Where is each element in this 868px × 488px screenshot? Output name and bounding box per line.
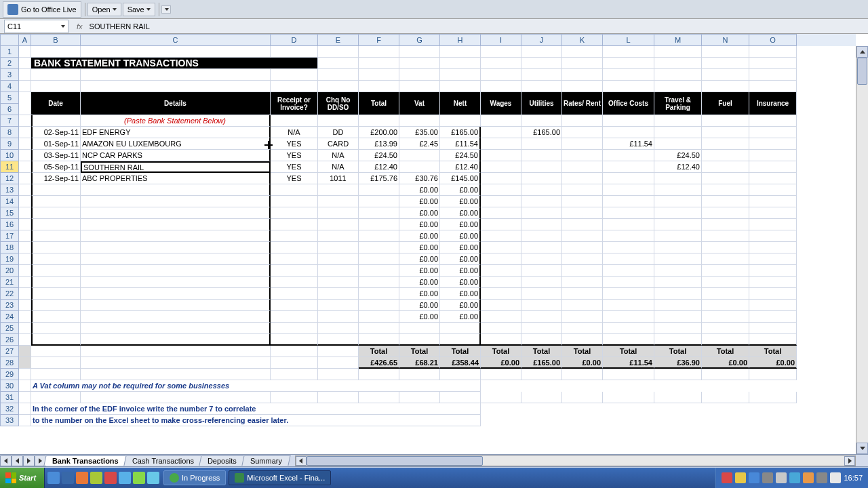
totals-label[interactable]: Total [603,346,654,357]
cell[interactable] [749,392,797,403]
cell[interactable] [603,277,654,288]
row-header[interactable]: 5 [0,92,19,104]
row-header[interactable]: 4 [0,81,19,92]
page-title[interactable]: BANK STATEMENT TRANSACTIONS [31,58,318,69]
cell[interactable] [19,380,31,392]
cell[interactable] [749,58,797,69]
cell[interactable] [481,207,521,219]
cell[interactable] [481,369,521,380]
cell[interactable] [603,46,654,58]
cell[interactable] [481,277,521,288]
cell[interactable] [31,334,81,346]
cell[interactable] [749,369,797,380]
cell[interactable] [702,230,749,242]
cell[interactable] [440,69,481,81]
cell[interactable] [654,184,702,196]
cell[interactable] [31,81,81,92]
totals-label[interactable]: Total [521,346,562,357]
rent-cell[interactable] [562,127,603,138]
utilities-cell[interactable]: £165.00 [521,127,562,138]
cell[interactable]: £0.00 [440,219,481,230]
tray-icon[interactable] [749,472,760,483]
cell[interactable] [271,46,318,58]
table-column-header[interactable]: Chq No DD/SO [318,92,359,115]
cell[interactable] [318,300,359,311]
total-cell[interactable]: £13.99 [359,138,399,150]
tray-icon[interactable] [789,472,800,483]
chq-cell[interactable]: DD [318,127,359,138]
column-header-F[interactable]: F [359,34,399,46]
total-cell[interactable]: £200.00 [359,127,399,138]
cell[interactable] [654,58,702,69]
totals-label[interactable]: Total [399,346,440,357]
cell[interactable] [749,242,797,253]
cell[interactable] [562,265,603,277]
row-header[interactable]: 8 [0,127,19,138]
receipt-cell[interactable]: YES [271,161,318,173]
cell[interactable] [31,265,81,277]
cell[interactable] [603,81,654,92]
cell[interactable] [318,346,359,357]
cell[interactable] [562,323,603,334]
cell[interactable] [481,392,521,403]
cell[interactable] [19,230,31,242]
cell[interactable] [31,346,81,357]
rent-cell[interactable] [562,138,603,150]
cell[interactable] [702,115,749,127]
cell[interactable] [31,46,81,58]
cell[interactable] [562,242,603,253]
cell[interactable] [603,69,654,81]
cell[interactable] [603,369,654,380]
cell[interactable] [440,46,481,58]
vat-cell[interactable]: £2.45 [399,138,440,150]
cell[interactable] [31,230,81,242]
taskbar-item-in-progress[interactable]: In Progress [163,470,226,485]
row-header[interactable]: 18 [0,242,19,253]
cell[interactable] [81,334,271,346]
cell[interactable] [749,253,797,265]
cell[interactable] [562,334,603,346]
cell[interactable] [562,288,603,300]
sheet-tab[interactable]: Bank Transactions [43,455,127,466]
note[interactable]: to the number on the Excel sheet to make… [31,415,481,426]
row-header[interactable]: 1 [0,46,19,58]
cell[interactable] [359,196,399,207]
cell[interactable] [19,58,31,69]
tray-icon[interactable] [830,472,841,483]
cell[interactable] [318,265,359,277]
cell[interactable] [521,253,562,265]
cell[interactable] [271,369,318,380]
total-value[interactable]: £0.00 [562,357,603,369]
horizontal-scrollbar[interactable] [295,455,856,466]
cell[interactable] [702,196,749,207]
office-cell[interactable]: £11.54 [603,138,654,150]
cell[interactable] [749,196,797,207]
cell[interactable] [654,219,702,230]
total-cell[interactable]: £12.40 [359,161,399,173]
save-button[interactable]: Save [123,3,155,16]
cell[interactable] [81,196,271,207]
cell[interactable] [603,207,654,219]
cell[interactable] [271,219,318,230]
scroll-right-button[interactable] [844,456,855,466]
cell[interactable] [318,58,359,69]
travel-cell[interactable] [654,127,702,138]
cell[interactable] [19,403,31,415]
cell[interactable] [399,369,440,380]
office-cell[interactable] [603,161,654,173]
cell[interactable]: £0.00 [440,184,481,196]
ins-cell[interactable] [749,173,797,184]
table-column-header[interactable]: Nett [440,92,481,115]
totals-label[interactable]: Total [702,346,749,357]
cell[interactable] [271,230,318,242]
cell[interactable] [562,311,603,323]
cell[interactable] [271,184,318,196]
tray-icon[interactable] [776,472,787,483]
cell[interactable] [271,253,318,265]
totals-label[interactable]: Total [654,346,702,357]
ins-cell[interactable] [749,150,797,161]
table-column-header[interactable]: Travel & Parking [654,92,702,115]
cell[interactable] [19,334,31,346]
row-header[interactable]: 26 [0,334,19,346]
cell[interactable]: £0.00 [399,253,440,265]
